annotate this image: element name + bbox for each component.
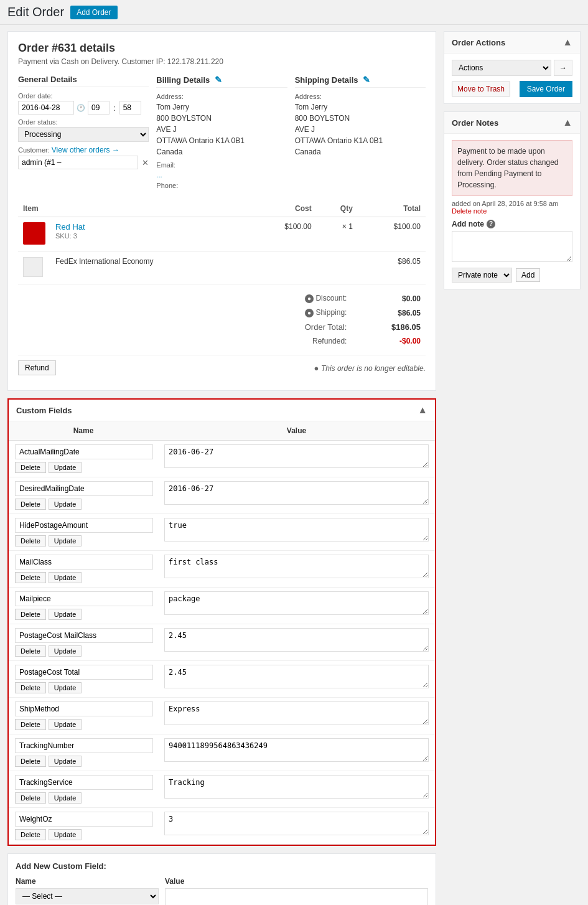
discount-info-icon: ●: [305, 294, 314, 303]
cf-value-textarea-7[interactable]: Express: [164, 701, 429, 725]
actions-go-button[interactable]: →: [554, 60, 572, 76]
order-total-label: Order Total:: [253, 321, 350, 334]
general-details-heading: General Details: [18, 75, 149, 87]
add-order-button[interactable]: Add Order: [70, 6, 117, 19]
cf-value-textarea-2[interactable]: true: [164, 518, 429, 542]
item-qty: × 1: [317, 217, 358, 252]
cf-name-input-0[interactable]: [15, 444, 153, 459]
cf-name-input-9[interactable]: [15, 775, 153, 790]
cf-name-input-2[interactable]: [15, 518, 153, 533]
cf-delete-button-9[interactable]: Delete: [15, 792, 46, 804]
cf-name-input-8[interactable]: [15, 738, 153, 753]
item-sku: SKU: 3: [55, 232, 77, 240]
actions-select[interactable]: Actions: [452, 60, 551, 76]
cf-delete-button-5[interactable]: Delete: [15, 645, 46, 657]
cf-update-button-1[interactable]: Update: [49, 499, 82, 510]
add-cf-select[interactable]: — Select —: [16, 888, 159, 904]
shipping-address-label: Address:: [295, 93, 426, 100]
cf-name-input-6[interactable]: [15, 665, 153, 680]
cf-update-button-6[interactable]: Update: [49, 682, 82, 693]
cf-delete-button-2[interactable]: Delete: [15, 535, 46, 546]
cf-value-textarea-5[interactable]: 2.45: [164, 628, 429, 652]
customer-clear-icon[interactable]: ✕: [142, 158, 149, 167]
custom-field-row: Delete Update 2016-06-27: [9, 477, 435, 514]
table-row: FedEx International Economy $86.05: [18, 252, 426, 284]
shipping-name: Tom Jerry: [295, 101, 426, 113]
refunded-label: Refunded:: [253, 335, 350, 347]
shipping-edit-icon[interactable]: ✎: [363, 75, 370, 85]
order-date-input[interactable]: [18, 101, 74, 115]
cf-delete-button-8[interactable]: Delete: [15, 756, 46, 767]
cf-name-input-3[interactable]: [15, 555, 153, 570]
shipping-icon: [23, 257, 43, 277]
delete-note-link[interactable]: Delete note: [452, 207, 487, 215]
payment-info: Payment via Cash on Delivery. Customer I…: [18, 57, 426, 66]
cf-value-textarea-4[interactable]: package: [164, 591, 429, 615]
cf-name-input-10[interactable]: [15, 812, 153, 827]
order-status-select[interactable]: Processing: [18, 127, 149, 142]
cf-delete-button-3[interactable]: Delete: [15, 572, 46, 583]
discount-label: Discount:: [315, 294, 347, 302]
add-note-label: Add note ?: [452, 220, 572, 228]
cf-col-value: Value: [158, 421, 435, 441]
col-item: Item: [18, 200, 249, 217]
save-order-button[interactable]: Save Order: [520, 81, 572, 97]
billing-country: Canada: [156, 146, 287, 157]
order-notes-collapse-button[interactable]: ▲: [562, 117, 572, 128]
add-note-button[interactable]: Add: [516, 268, 540, 282]
cf-update-button-4[interactable]: Update: [49, 609, 82, 620]
item-name-link[interactable]: Red Hat: [55, 222, 85, 232]
cf-update-button-3[interactable]: Update: [49, 572, 82, 583]
add-cf-name-col: Name: [16, 877, 165, 888]
add-cf-value-textarea[interactable]: [165, 888, 428, 905]
cf-value-textarea-10[interactable]: 3: [164, 812, 429, 835]
shipping-details-heading: Shipping Details: [295, 75, 358, 85]
cf-delete-button-6[interactable]: Delete: [15, 682, 46, 693]
no-edit-message: This order is no longer editable.: [321, 364, 426, 373]
move-to-trash-button[interactable]: Move to Trash: [452, 82, 510, 96]
order-time-min-input[interactable]: [119, 101, 141, 115]
order-time-hour-input[interactable]: [88, 101, 110, 115]
custom-field-row: Delete Update 2.45: [9, 661, 435, 698]
cf-update-button-8[interactable]: Update: [49, 756, 82, 767]
note-textarea[interactable]: [452, 231, 572, 262]
cf-name-input-1[interactable]: [15, 481, 153, 496]
cf-delete-button-7[interactable]: Delete: [15, 719, 46, 730]
cf-delete-button-1[interactable]: Delete: [15, 499, 46, 510]
billing-edit-icon[interactable]: ✎: [215, 75, 222, 85]
cf-value-textarea-1[interactable]: 2016-06-27: [164, 481, 429, 505]
custom-fields-collapse-button[interactable]: ▲: [418, 405, 427, 416]
cf-update-button-2[interactable]: Update: [49, 535, 82, 546]
shipping-country: Canada: [295, 146, 426, 157]
cf-update-button-0[interactable]: Update: [49, 462, 82, 473]
add-cf-value-col: Value: [165, 877, 428, 888]
customer-input[interactable]: [18, 156, 138, 169]
cf-delete-button-4[interactable]: Delete: [15, 609, 46, 620]
order-status-label: Order status:: [18, 118, 149, 126]
cf-update-button-10[interactable]: Update: [49, 829, 82, 840]
cf-update-button-5[interactable]: Update: [49, 645, 82, 657]
add-custom-field-title: Add New Custom Field:: [16, 861, 428, 871]
cf-update-button-9[interactable]: Update: [49, 792, 82, 804]
cf-value-textarea-8[interactable]: 940011189956486343624​9: [164, 738, 429, 762]
cf-value-textarea-3[interactable]: first class: [164, 555, 429, 578]
cf-delete-button-10[interactable]: Delete: [15, 829, 46, 840]
cf-value-textarea-9[interactable]: Tracking: [164, 775, 429, 799]
billing-email-link[interactable]: ...: [156, 171, 162, 179]
view-other-orders-link[interactable]: View other orders →: [52, 146, 119, 154]
shipping-city-state: OTTAWA Ontario K1A 0B1: [295, 135, 426, 146]
table-row: Red Hat SKU: 3 $100.00 × 1 $100.00: [18, 217, 426, 252]
cf-update-button-7[interactable]: Update: [49, 719, 82, 730]
cf-value-textarea-0[interactable]: 2016-06-27: [164, 444, 429, 468]
note-content: Payment to be made upon delivery. Order …: [452, 140, 572, 196]
cf-delete-button-0[interactable]: Delete: [15, 462, 46, 473]
note-type-select[interactable]: Private note: [452, 268, 512, 283]
refund-button[interactable]: Refund: [18, 360, 56, 375]
cf-name-input-7[interactable]: [15, 701, 153, 716]
cf-name-input-5[interactable]: [15, 628, 153, 643]
cf-value-textarea-6[interactable]: 2.45: [164, 665, 429, 688]
cf-name-input-4[interactable]: [15, 591, 153, 606]
shipping-total-value: $86.05: [352, 306, 424, 319]
order-actions-collapse-button[interactable]: ▲: [562, 37, 572, 48]
page-title: Edit Order: [7, 5, 64, 19]
